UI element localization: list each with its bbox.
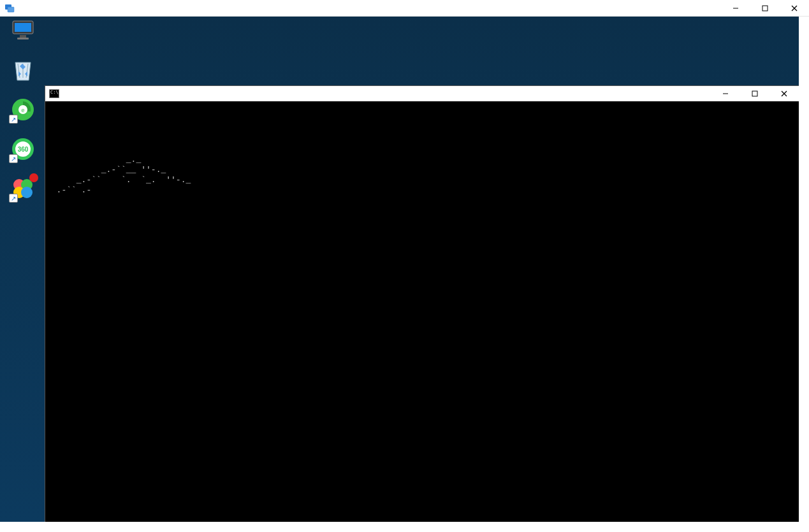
svg-text:360: 360 <box>18 146 29 153</box>
shortcut-arrow-icon: ↗ <box>9 194 18 203</box>
svg-rect-9 <box>17 38 29 40</box>
desktop-icon-recycle-bin[interactable] <box>4 57 42 84</box>
console-minimize-button[interactable] <box>711 86 740 101</box>
notification-badge <box>29 173 38 182</box>
client-area: e ↗ 360 ↗ ↗ <box>0 17 809 532</box>
console-titlebar[interactable] <box>45 86 799 101</box>
console-output[interactable]: _._ _.-``__ ''-._ _.-`` `. `_. ''-._ .-`… <box>45 101 799 522</box>
360-browser-icon: e ↗ <box>10 97 36 122</box>
desktop-icon-360-soft[interactable]: ↗ <box>4 176 42 203</box>
console-window: _._ _.-``__ ''-._ _.-`` `. `_. ''-._ .-`… <box>45 85 799 522</box>
svg-rect-8 <box>20 35 26 38</box>
outer-minimize-button[interactable] <box>721 0 750 17</box>
desktop-icon-this-pc[interactable] <box>4 18 42 45</box>
svg-rect-1 <box>8 7 14 12</box>
shortcut-arrow-icon: ↗ <box>9 115 18 124</box>
svg-point-19 <box>21 187 33 198</box>
desktop-icon-360-safe[interactable]: 360 ↗ <box>4 136 42 163</box>
svg-rect-21 <box>752 91 757 96</box>
rdp-titlebar[interactable] <box>0 0 809 17</box>
desktop-icons: e ↗ 360 ↗ ↗ <box>4 17 45 203</box>
outer-close-button[interactable] <box>780 0 809 17</box>
console-maximize-button[interactable] <box>740 86 769 101</box>
desktop-icon-360-browser[interactable]: e ↗ <box>4 97 42 124</box>
recycle-bin-icon <box>10 57 36 83</box>
rdp-window: e ↗ 360 ↗ ↗ <box>0 0 809 532</box>
console-close-button[interactable] <box>769 86 799 101</box>
rdp-icon <box>4 3 15 14</box>
svg-text:e: e <box>21 107 24 113</box>
svg-rect-3 <box>762 6 768 11</box>
360-safe-icon: 360 ↗ <box>10 136 36 162</box>
svg-rect-7 <box>15 23 31 32</box>
shortcut-arrow-icon: ↗ <box>9 154 18 163</box>
cmd-icon <box>49 89 59 98</box>
this-pc-icon <box>10 18 36 43</box>
outer-maximize-button[interactable] <box>750 0 780 17</box>
360-soft-icon: ↗ <box>10 176 36 201</box>
remote-desktop[interactable]: e ↗ 360 ↗ ↗ <box>0 17 799 522</box>
